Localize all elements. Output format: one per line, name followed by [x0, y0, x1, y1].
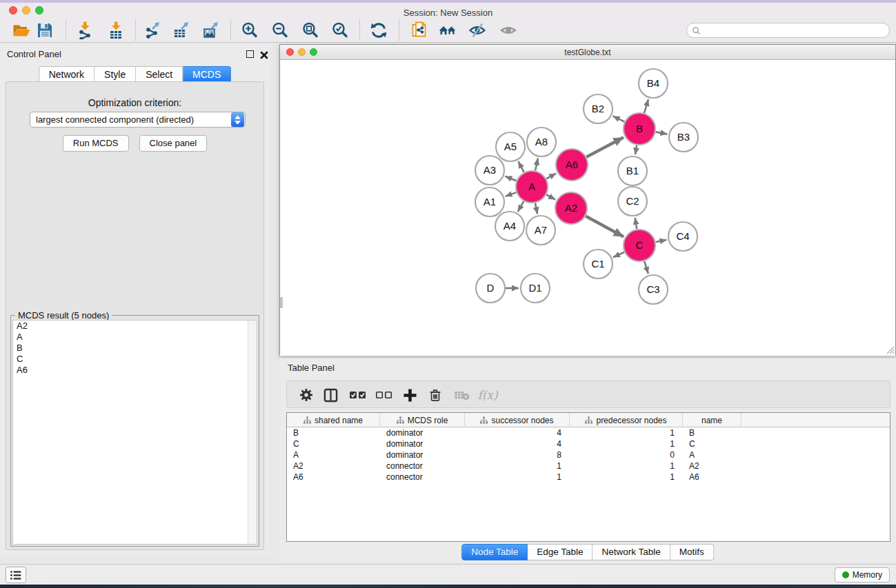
column-header-MCDS-role[interactable]: MCDS role [380, 413, 465, 427]
tab-network-table[interactable]: Network Table [593, 544, 670, 560]
resize-grip[interactable] [885, 345, 895, 354]
search-field[interactable] [686, 23, 890, 38]
graph-node-B1[interactable]: B1 [618, 156, 647, 185]
graph-node-A3[interactable]: A3 [475, 156, 504, 185]
result-scrollbar[interactable] [248, 321, 257, 544]
clone-network-icon[interactable] [410, 21, 429, 40]
table-row[interactable]: Cdominator41C [287, 438, 890, 449]
network-graph[interactable]: B4B2BB3A8A5A6A3B1AA1C2A2A4A7C4CC1C3DD1 [280, 60, 895, 356]
column-header-predecessor-nodes[interactable]: predecessor nodes [570, 413, 683, 427]
optimization-criterion-label: Optimization criterion: [6, 97, 263, 108]
export-image-icon[interactable] [201, 21, 221, 40]
graph-edge-B-B2[interactable] [613, 116, 625, 121]
graph-node-B2[interactable]: B2 [584, 94, 613, 123]
zoom-selected-region-icon[interactable] [330, 21, 350, 40]
graph-node-A4[interactable]: A4 [495, 212, 524, 241]
mcds-result-list[interactable]: A2ABCA6 [12, 320, 257, 545]
tab-motifs[interactable]: Motifs [670, 544, 714, 560]
node-table[interactable]: shared nameMCDS rolesuccessor nodesprede… [286, 412, 890, 542]
graph-edge-A6-B[interactable] [586, 137, 624, 157]
table-row[interactable]: A6connector11A6 [287, 472, 890, 483]
graph-node-A6[interactable]: A6 [556, 149, 588, 181]
column-header-successor-nodes[interactable]: successor nodes [465, 413, 570, 427]
graph-edge-A-A8[interactable] [535, 159, 538, 171]
select-all-checks-icon[interactable] [349, 387, 367, 403]
graph-node-A7[interactable]: A7 [526, 216, 555, 245]
graph-edge-A-A5[interactable] [518, 161, 524, 172]
export-network-icon[interactable] [143, 21, 162, 40]
graph-node-C1[interactable]: C1 [584, 250, 613, 278]
graph-node-D1[interactable]: D1 [521, 274, 550, 303]
graph-edge-C-C2[interactable] [635, 218, 637, 230]
graph-edge-A2-C[interactable] [586, 216, 624, 237]
graph-edge-A-A4[interactable] [518, 201, 524, 212]
table-row[interactable]: A2connector11A2 [287, 460, 890, 472]
open-file-icon[interactable] [12, 21, 31, 40]
deselect-all-checks-icon[interactable] [375, 387, 393, 403]
result-item[interactable]: A6 [13, 365, 257, 376]
graph-node-A1[interactable]: A1 [475, 187, 504, 216]
run-mcds-button[interactable]: Run MCDS [63, 135, 129, 152]
memory-button[interactable]: Memory [835, 567, 890, 582]
table-tabs: Node TableEdge TableNetwork TableMotifs [461, 544, 714, 560]
graph-node-B4[interactable]: B4 [639, 69, 668, 98]
save-session-icon[interactable] [35, 21, 54, 40]
export-table-icon[interactable] [172, 21, 191, 40]
graph-edge-C-C4[interactable] [656, 240, 667, 242]
first-neighbors-icon[interactable] [438, 21, 457, 40]
svg-text:B1: B1 [626, 165, 639, 176]
network-window-titlebar[interactable]: testGlobe.txt [280, 45, 895, 60]
optimization-criterion-select[interactable]: largest connected component (directed) [30, 112, 246, 128]
result-item[interactable]: C [13, 354, 257, 365]
graph-edge-B-B1[interactable] [635, 145, 637, 155]
graph-node-B3[interactable]: B3 [669, 123, 698, 152]
import-network-icon[interactable] [75, 21, 94, 40]
add-column-icon[interactable] [401, 387, 419, 403]
close-panel-button[interactable]: Close panel [139, 135, 208, 152]
panel-list-button[interactable] [6, 567, 26, 583]
zoom-in-icon[interactable] [240, 21, 259, 40]
show-hide-graphics-details-icon[interactable] [468, 21, 487, 40]
graph-edge-A-A7[interactable] [535, 203, 537, 214]
column-selector-icon[interactable] [321, 387, 339, 403]
show-hide-eye-icon[interactable] [499, 21, 518, 40]
graph-edge-A-A6[interactable] [546, 174, 556, 179]
graph-node-A5[interactable]: A5 [496, 132, 525, 161]
graph-node-D[interactable]: D [476, 274, 505, 303]
graph-edge-A-A2[interactable] [546, 195, 555, 200]
graph-node-C3[interactable]: C3 [639, 275, 668, 304]
result-item[interactable]: B [13, 343, 257, 354]
result-item[interactable]: A2 [13, 321, 257, 332]
splitter-handle[interactable] [280, 297, 283, 308]
result-item[interactable]: A [13, 332, 257, 343]
refresh-network-view-icon[interactable] [369, 21, 388, 40]
search-input[interactable] [701, 26, 889, 35]
float-panel-icon[interactable] [246, 50, 254, 58]
graph-node-C2[interactable]: C2 [618, 187, 647, 216]
graph-edge-A-A1[interactable] [506, 192, 517, 196]
close-panel-icon[interactable] [260, 50, 268, 58]
graph-edge-C-C3[interactable] [644, 261, 648, 274]
table-row[interactable]: Adominator80A [287, 449, 890, 460]
graph-node-A2[interactable]: A2 [555, 192, 587, 224]
zoom-fit-content-icon[interactable] [301, 21, 320, 40]
graph-edge-B-B3[interactable] [656, 132, 668, 134]
delete-column-icon[interactable] [426, 387, 444, 403]
column-header-shared-name[interactable]: shared name [287, 413, 380, 427]
column-header-name[interactable]: name [683, 413, 741, 427]
graph-node-A[interactable]: A [516, 171, 548, 203]
graph-node-B[interactable]: B [624, 113, 655, 145]
table-row[interactable]: Bdominator41B [287, 427, 890, 438]
tab-edge-table[interactable]: Edge Table [528, 544, 593, 560]
tab-node-table[interactable]: Node Table [461, 544, 528, 560]
graph-node-C[interactable]: C [624, 230, 655, 261]
settings-gear-icon[interactable] [297, 387, 315, 403]
import-table-icon[interactable] [106, 21, 126, 40]
zoom-out-icon[interactable] [270, 21, 290, 40]
graph-edge-C-C1[interactable] [613, 252, 624, 257]
graph-node-A8[interactable]: A8 [527, 128, 556, 156]
graph-node-C4[interactable]: C4 [668, 222, 697, 251]
graph-edge-B-B4[interactable] [644, 99, 648, 113]
delete-table-icon [452, 387, 470, 403]
graph-edge-A-A3[interactable] [505, 176, 516, 181]
